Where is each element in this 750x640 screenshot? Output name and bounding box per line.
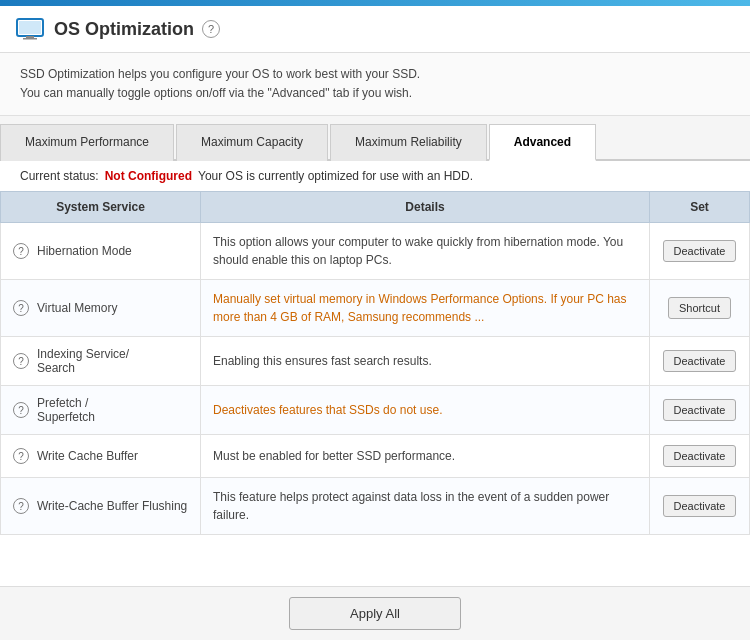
table-body: ?Hibernation ModeThis option allows your… [1, 223, 750, 535]
tab-maximum-capacity[interactable]: Maximum Capacity [176, 124, 328, 161]
service-cell-1: ?Virtual Memory [1, 280, 201, 337]
services-table-container: System Service Details Set ?Hibernation … [0, 191, 750, 586]
status-description: Your OS is currently optimized for use w… [198, 169, 473, 183]
table-row: ?Prefetch / SuperfetchDeactivates featur… [1, 386, 750, 435]
tab-maximum-performance[interactable]: Maximum Performance [0, 124, 174, 161]
service-name-3: Prefetch / Superfetch [37, 396, 95, 424]
help-icon[interactable]: ? [202, 20, 220, 38]
header: OS Optimization ? [0, 6, 750, 53]
page-title: OS Optimization [54, 19, 194, 40]
col-system-service: System Service [1, 192, 201, 223]
set-cell-3: Deactivate [650, 386, 750, 435]
apply-all-button[interactable]: Apply All [289, 597, 461, 630]
set-cell-0: Deactivate [650, 223, 750, 280]
details-cell-2: Enabling this ensures fast search result… [201, 337, 650, 386]
service-cell-3: ?Prefetch / Superfetch [1, 386, 201, 435]
table-row: ?Write Cache BufferMust be enabled for b… [1, 435, 750, 478]
set-cell-2: Deactivate [650, 337, 750, 386]
question-icon-3[interactable]: ? [13, 402, 29, 418]
col-set: Set [650, 192, 750, 223]
table-row: ?Write-Cache Buffer FlushingThis feature… [1, 478, 750, 535]
col-details: Details [201, 192, 650, 223]
svg-rect-3 [23, 38, 37, 40]
action-button-2[interactable]: Deactivate [663, 350, 737, 372]
set-cell-5: Deactivate [650, 478, 750, 535]
set-cell-4: Deactivate [650, 435, 750, 478]
question-icon-0[interactable]: ? [13, 243, 29, 259]
details-cell-5: This feature helps protect against data … [201, 478, 650, 535]
question-icon-1[interactable]: ? [13, 300, 29, 316]
details-cell-4: Must be enabled for better SSD performan… [201, 435, 650, 478]
action-button-4[interactable]: Deactivate [663, 445, 737, 467]
service-cell-4: ?Write Cache Buffer [1, 435, 201, 478]
footer: Apply All [0, 586, 750, 640]
status-value: Not Configured [105, 169, 192, 183]
table-row: ?Virtual MemoryManually set virtual memo… [1, 280, 750, 337]
service-name-2: Indexing Service/ Search [37, 347, 129, 375]
tab-advanced[interactable]: Advanced [489, 124, 596, 161]
svg-rect-1 [19, 21, 41, 34]
details-cell-3: Deactivates features that SSDs do not us… [201, 386, 650, 435]
service-name-5: Write-Cache Buffer Flushing [37, 499, 187, 513]
table-row: ?Hibernation ModeThis option allows your… [1, 223, 750, 280]
table-row: ?Indexing Service/ SearchEnabling this e… [1, 337, 750, 386]
question-icon-5[interactable]: ? [13, 498, 29, 514]
action-button-5[interactable]: Deactivate [663, 495, 737, 517]
question-icon-2[interactable]: ? [13, 353, 29, 369]
set-cell-1: Shortcut [650, 280, 750, 337]
service-name-4: Write Cache Buffer [37, 449, 138, 463]
service-cell-0: ?Hibernation Mode [1, 223, 201, 280]
description-area: SSD Optimization helps you configure you… [0, 53, 750, 116]
service-name-1: Virtual Memory [37, 301, 117, 315]
action-button-0[interactable]: Deactivate [663, 240, 737, 262]
service-name-0: Hibernation Mode [37, 244, 132, 258]
description-line1: SSD Optimization helps you configure you… [20, 65, 730, 84]
question-icon-4[interactable]: ? [13, 448, 29, 464]
action-button-1[interactable]: Shortcut [668, 297, 731, 319]
monitor-icon [16, 18, 44, 40]
table-header-row: System Service Details Set [1, 192, 750, 223]
window: OS Optimization ? SSD Optimization helps… [0, 6, 750, 640]
tab-maximum-reliability[interactable]: Maximum Reliability [330, 124, 487, 161]
service-cell-5: ?Write-Cache Buffer Flushing [1, 478, 201, 535]
details-cell-0: This option allows your computer to wake… [201, 223, 650, 280]
description-line2: You can manually toggle options on/off v… [20, 84, 730, 103]
status-label: Current status: [20, 169, 99, 183]
status-bar: Current status: Not Configured Your OS i… [0, 161, 750, 191]
action-button-3[interactable]: Deactivate [663, 399, 737, 421]
details-cell-1: Manually set virtual memory in Windows P… [201, 280, 650, 337]
service-cell-2: ?Indexing Service/ Search [1, 337, 201, 386]
tabs-bar: Maximum Performance Maximum Capacity Max… [0, 116, 750, 161]
services-table: System Service Details Set ?Hibernation … [0, 191, 750, 535]
svg-rect-2 [26, 36, 34, 38]
main-content: Current status: Not Configured Your OS i… [0, 161, 750, 586]
